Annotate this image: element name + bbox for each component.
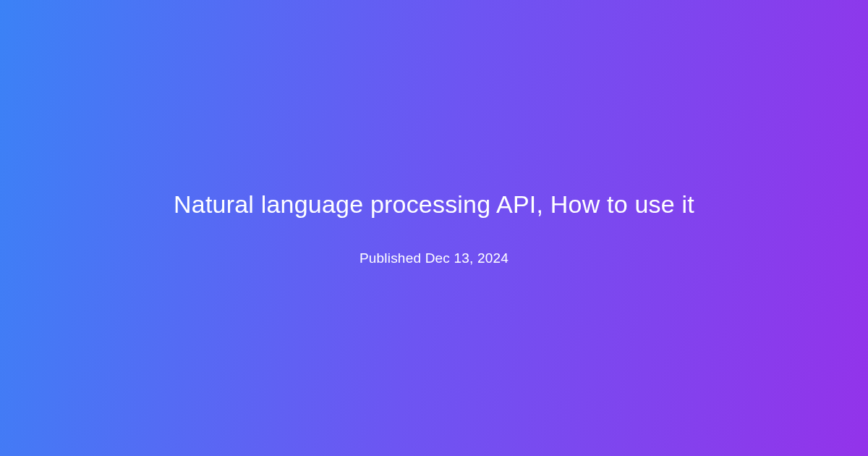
published-date: Published Dec 13, 2024 (359, 250, 509, 266)
og-card: Natural language processing API, How to … (0, 0, 868, 456)
page-title: Natural language processing API, How to … (174, 190, 694, 219)
